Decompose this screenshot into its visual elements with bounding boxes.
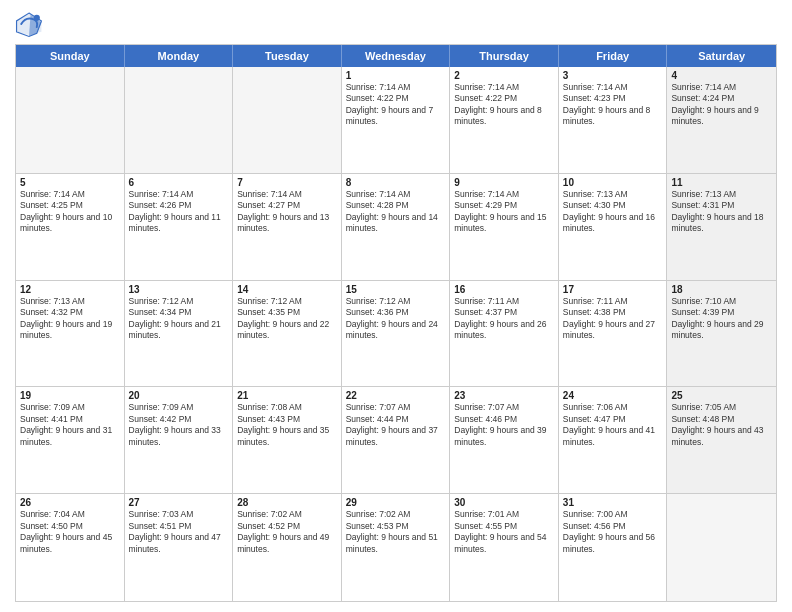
cell-info: Sunrise: 7:11 AM Sunset: 4:38 PM Dayligh… <box>563 296 663 342</box>
header-day-sunday: Sunday <box>16 45 125 67</box>
cell-info: Sunrise: 7:12 AM Sunset: 4:36 PM Dayligh… <box>346 296 446 342</box>
day-number: 2 <box>454 70 554 81</box>
day-number: 20 <box>129 390 229 401</box>
cell-info: Sunrise: 7:03 AM Sunset: 4:51 PM Dayligh… <box>129 509 229 555</box>
day-number: 17 <box>563 284 663 295</box>
day-cell-25: 25Sunrise: 7:05 AM Sunset: 4:48 PM Dayli… <box>667 387 776 493</box>
day-cell-8: 8Sunrise: 7:14 AM Sunset: 4:28 PM Daylig… <box>342 174 451 280</box>
day-number: 6 <box>129 177 229 188</box>
day-number: 27 <box>129 497 229 508</box>
day-cell-5: 5Sunrise: 7:14 AM Sunset: 4:25 PM Daylig… <box>16 174 125 280</box>
day-number: 26 <box>20 497 120 508</box>
day-number: 29 <box>346 497 446 508</box>
week-row-1: 1Sunrise: 7:14 AM Sunset: 4:22 PM Daylig… <box>16 67 776 174</box>
cell-info: Sunrise: 7:14 AM Sunset: 4:22 PM Dayligh… <box>454 82 554 128</box>
day-number: 19 <box>20 390 120 401</box>
empty-cell-4-6 <box>667 494 776 601</box>
cell-info: Sunrise: 7:07 AM Sunset: 4:44 PM Dayligh… <box>346 402 446 448</box>
day-cell-6: 6Sunrise: 7:14 AM Sunset: 4:26 PM Daylig… <box>125 174 234 280</box>
cell-info: Sunrise: 7:11 AM Sunset: 4:37 PM Dayligh… <box>454 296 554 342</box>
cell-info: Sunrise: 7:14 AM Sunset: 4:27 PM Dayligh… <box>237 189 337 235</box>
cell-info: Sunrise: 7:12 AM Sunset: 4:35 PM Dayligh… <box>237 296 337 342</box>
day-number: 28 <box>237 497 337 508</box>
cell-info: Sunrise: 7:02 AM Sunset: 4:52 PM Dayligh… <box>237 509 337 555</box>
header-day-thursday: Thursday <box>450 45 559 67</box>
header <box>15 10 777 38</box>
header-day-saturday: Saturday <box>667 45 776 67</box>
day-number: 24 <box>563 390 663 401</box>
day-number: 4 <box>671 70 772 81</box>
day-cell-23: 23Sunrise: 7:07 AM Sunset: 4:46 PM Dayli… <box>450 387 559 493</box>
day-cell-19: 19Sunrise: 7:09 AM Sunset: 4:41 PM Dayli… <box>16 387 125 493</box>
cell-info: Sunrise: 7:00 AM Sunset: 4:56 PM Dayligh… <box>563 509 663 555</box>
day-cell-31: 31Sunrise: 7:00 AM Sunset: 4:56 PM Dayli… <box>559 494 668 601</box>
calendar-body: 1Sunrise: 7:14 AM Sunset: 4:22 PM Daylig… <box>16 67 776 601</box>
cell-info: Sunrise: 7:14 AM Sunset: 4:26 PM Dayligh… <box>129 189 229 235</box>
week-row-5: 26Sunrise: 7:04 AM Sunset: 4:50 PM Dayli… <box>16 494 776 601</box>
day-cell-18: 18Sunrise: 7:10 AM Sunset: 4:39 PM Dayli… <box>667 281 776 387</box>
day-number: 25 <box>671 390 772 401</box>
cell-info: Sunrise: 7:09 AM Sunset: 4:41 PM Dayligh… <box>20 402 120 448</box>
day-cell-26: 26Sunrise: 7:04 AM Sunset: 4:50 PM Dayli… <box>16 494 125 601</box>
day-number: 15 <box>346 284 446 295</box>
day-cell-29: 29Sunrise: 7:02 AM Sunset: 4:53 PM Dayli… <box>342 494 451 601</box>
cell-info: Sunrise: 7:01 AM Sunset: 4:55 PM Dayligh… <box>454 509 554 555</box>
header-day-friday: Friday <box>559 45 668 67</box>
day-cell-2: 2Sunrise: 7:14 AM Sunset: 4:22 PM Daylig… <box>450 67 559 173</box>
cell-info: Sunrise: 7:10 AM Sunset: 4:39 PM Dayligh… <box>671 296 772 342</box>
day-cell-11: 11Sunrise: 7:13 AM Sunset: 4:31 PM Dayli… <box>667 174 776 280</box>
day-number: 14 <box>237 284 337 295</box>
day-number: 7 <box>237 177 337 188</box>
day-number: 13 <box>129 284 229 295</box>
logo-icon <box>15 10 43 38</box>
cell-info: Sunrise: 7:14 AM Sunset: 4:28 PM Dayligh… <box>346 189 446 235</box>
day-cell-13: 13Sunrise: 7:12 AM Sunset: 4:34 PM Dayli… <box>125 281 234 387</box>
cell-info: Sunrise: 7:12 AM Sunset: 4:34 PM Dayligh… <box>129 296 229 342</box>
day-number: 1 <box>346 70 446 81</box>
empty-cell-0-2 <box>233 67 342 173</box>
day-number: 10 <box>563 177 663 188</box>
cell-info: Sunrise: 7:06 AM Sunset: 4:47 PM Dayligh… <box>563 402 663 448</box>
day-number: 23 <box>454 390 554 401</box>
day-cell-9: 9Sunrise: 7:14 AM Sunset: 4:29 PM Daylig… <box>450 174 559 280</box>
week-row-4: 19Sunrise: 7:09 AM Sunset: 4:41 PM Dayli… <box>16 387 776 494</box>
svg-point-4 <box>34 15 40 21</box>
page: SundayMondayTuesdayWednesdayThursdayFrid… <box>0 0 792 612</box>
cell-info: Sunrise: 7:02 AM Sunset: 4:53 PM Dayligh… <box>346 509 446 555</box>
calendar: SundayMondayTuesdayWednesdayThursdayFrid… <box>15 44 777 602</box>
calendar-header: SundayMondayTuesdayWednesdayThursdayFrid… <box>16 45 776 67</box>
cell-info: Sunrise: 7:09 AM Sunset: 4:42 PM Dayligh… <box>129 402 229 448</box>
cell-info: Sunrise: 7:04 AM Sunset: 4:50 PM Dayligh… <box>20 509 120 555</box>
day-cell-24: 24Sunrise: 7:06 AM Sunset: 4:47 PM Dayli… <box>559 387 668 493</box>
empty-cell-0-1 <box>125 67 234 173</box>
empty-cell-0-0 <box>16 67 125 173</box>
day-number: 31 <box>563 497 663 508</box>
day-cell-22: 22Sunrise: 7:07 AM Sunset: 4:44 PM Dayli… <box>342 387 451 493</box>
cell-info: Sunrise: 7:08 AM Sunset: 4:43 PM Dayligh… <box>237 402 337 448</box>
day-cell-12: 12Sunrise: 7:13 AM Sunset: 4:32 PM Dayli… <box>16 281 125 387</box>
day-cell-10: 10Sunrise: 7:13 AM Sunset: 4:30 PM Dayli… <box>559 174 668 280</box>
day-cell-7: 7Sunrise: 7:14 AM Sunset: 4:27 PM Daylig… <box>233 174 342 280</box>
week-row-3: 12Sunrise: 7:13 AM Sunset: 4:32 PM Dayli… <box>16 281 776 388</box>
day-number: 9 <box>454 177 554 188</box>
day-cell-30: 30Sunrise: 7:01 AM Sunset: 4:55 PM Dayli… <box>450 494 559 601</box>
cell-info: Sunrise: 7:14 AM Sunset: 4:23 PM Dayligh… <box>563 82 663 128</box>
cell-info: Sunrise: 7:14 AM Sunset: 4:25 PM Dayligh… <box>20 189 120 235</box>
header-day-tuesday: Tuesday <box>233 45 342 67</box>
cell-info: Sunrise: 7:13 AM Sunset: 4:32 PM Dayligh… <box>20 296 120 342</box>
day-cell-27: 27Sunrise: 7:03 AM Sunset: 4:51 PM Dayli… <box>125 494 234 601</box>
day-cell-20: 20Sunrise: 7:09 AM Sunset: 4:42 PM Dayli… <box>125 387 234 493</box>
cell-info: Sunrise: 7:13 AM Sunset: 4:31 PM Dayligh… <box>671 189 772 235</box>
day-number: 8 <box>346 177 446 188</box>
day-number: 30 <box>454 497 554 508</box>
header-day-wednesday: Wednesday <box>342 45 451 67</box>
day-number: 21 <box>237 390 337 401</box>
day-number: 22 <box>346 390 446 401</box>
day-number: 3 <box>563 70 663 81</box>
day-cell-16: 16Sunrise: 7:11 AM Sunset: 4:37 PM Dayli… <box>450 281 559 387</box>
day-cell-15: 15Sunrise: 7:12 AM Sunset: 4:36 PM Dayli… <box>342 281 451 387</box>
day-cell-4: 4Sunrise: 7:14 AM Sunset: 4:24 PM Daylig… <box>667 67 776 173</box>
cell-info: Sunrise: 7:07 AM Sunset: 4:46 PM Dayligh… <box>454 402 554 448</box>
day-cell-21: 21Sunrise: 7:08 AM Sunset: 4:43 PM Dayli… <box>233 387 342 493</box>
day-cell-14: 14Sunrise: 7:12 AM Sunset: 4:35 PM Dayli… <box>233 281 342 387</box>
